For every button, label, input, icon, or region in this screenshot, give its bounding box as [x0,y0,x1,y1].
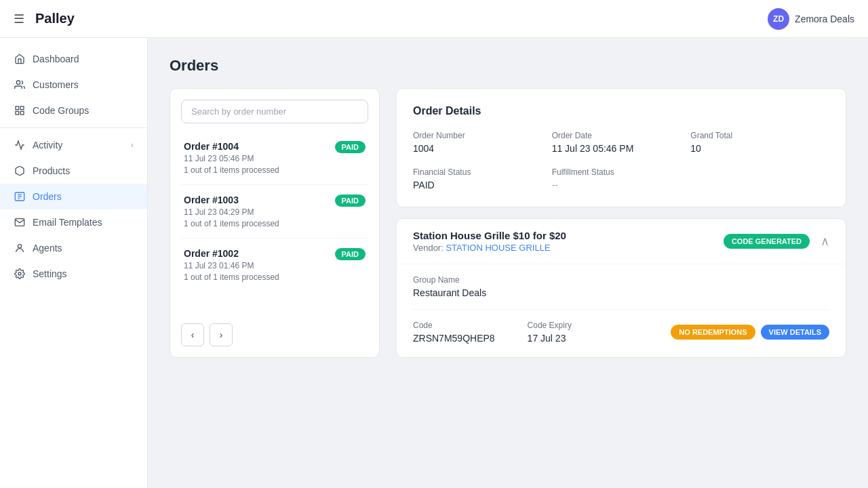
svg-rect-1 [16,106,19,110]
order-details-title: Order Details [413,105,829,117]
financial-status-field: Financial Status PAID [413,167,552,190]
activity-icon [14,139,26,151]
order-details-card: Order Details Order Number 1004 Order Da… [396,88,846,207]
sidebar-label-code-groups: Code Groups [33,105,89,116]
next-page-button[interactable]: › [210,323,233,346]
collapse-button[interactable]: ∧ [821,234,829,249]
sidebar-label-products: Products [33,165,70,176]
box-icon [14,165,26,177]
sidebar-item-agents[interactable]: Agents [0,235,147,261]
avatar: ZD [768,8,789,30]
sidebar-label-activity: Activity [33,140,62,150]
sidebar: Dashboard Customers Code Groups Activity… [0,38,148,488]
fulfillment-status-field: Fulfillment Status -- [552,167,691,190]
svg-point-9 [18,245,21,248]
product-card: Station House Grille $10 for $20 Vendor:… [396,218,846,358]
vendor-link[interactable]: STATION HOUSE GRILLE [446,243,550,253]
fulfillment-status-label: Fulfillment Status [552,167,691,177]
order-number-field: Order Number 1004 [413,131,552,154]
order-date: 11 Jul 23 01:46 PM [184,261,279,270]
orders-panel: Order #1004 11 Jul 23 05:46 PM 1 out of … [170,88,380,358]
order-number: Order #1003 [184,195,279,205]
orders-list: Order #1004 11 Jul 23 05:46 PM 1 out of … [181,131,368,291]
details-panel: Order Details Order Number 1004 Order Da… [396,88,846,358]
order-detail-grid: Order Number 1004 Order Date 11 Jul 23 0… [413,131,829,190]
code-label: Code [413,321,495,330]
code-section: Code ZRSN7M59QHEP8 Code Expiry 17 Jul 23… [413,309,829,344]
group-name-value: Restaurant Deals [413,287,829,298]
product-vendor: Vendor: STATION HOUSE GRILLE [413,243,566,253]
order-date: 11 Jul 23 04:29 PM [184,207,279,217]
sidebar-item-email-templates[interactable]: Email Templates [0,209,147,235]
sidebar-label-settings: Settings [33,268,67,279]
order-info: Order #1003 11 Jul 23 04:29 PM 1 out of … [184,195,279,228]
product-header: Station House Grille $10 for $20 Vendor:… [397,219,846,264]
sidebar-item-dashboard[interactable]: Dashboard [0,46,147,72]
sidebar-item-activity[interactable]: Activity ‹ [0,132,147,158]
agent-icon [14,242,26,254]
sidebar-divider [0,127,147,128]
code-info: Code ZRSN7M59QHEP8 Code Expiry 17 Jul 23 [413,321,572,344]
order-items: 1 out of 1 items processed [184,165,279,175]
code-generated-badge: CODE GENERATED [724,234,810,249]
group-name-label: Group Name [413,275,829,285]
view-details-button[interactable]: VIEW DETAILS [761,325,829,340]
home-icon [14,53,26,65]
product-body: Group Name Restaurant Deals Code ZRSN7M5… [397,264,846,357]
svg-point-10 [18,272,21,275]
sidebar-item-code-groups[interactable]: Code Groups [0,98,147,123]
order-items: 1 out of 1 items processed [184,272,279,282]
order-item-1002[interactable]: Order #1002 11 Jul 23 01:46 PM 1 out of … [181,239,368,291]
username: Zemora Deals [795,14,854,24]
orders-icon [14,190,26,203]
svg-rect-3 [16,111,19,115]
sidebar-item-orders[interactable]: Orders [0,184,147,209]
sidebar-item-customers[interactable]: Customers [0,72,147,98]
sidebar-label-dashboard: Dashboard [33,54,79,64]
sidebar-label-email-templates: Email Templates [33,217,102,228]
users-icon [14,79,26,91]
order-date-field: Order Date 11 Jul 23 05:46 PM [552,131,691,154]
code-expiry-value: 17 Jul 23 [528,333,572,344]
product-title-section: Station House Grille $10 for $20 Vendor:… [413,230,566,253]
grand-total-field: Grand Total 10 [690,131,829,154]
group-section: Group Name Restaurant Deals [413,264,829,298]
menu-icon[interactable]: ☰ [14,12,24,26]
page-title: Orders [170,57,846,75]
order-info: Order #1002 11 Jul 23 01:46 PM 1 out of … [184,248,279,282]
sidebar-label-agents: Agents [33,243,62,253]
sidebar-item-settings[interactable]: Settings [0,261,147,287]
order-number: Order #1004 [184,141,279,152]
code-field: Code ZRSN7M59QHEP8 [413,321,495,344]
svg-point-0 [16,81,20,84]
order-date-value: 11 Jul 23 05:46 PM [552,143,691,154]
order-number-value: 1004 [413,143,552,154]
mail-icon [14,216,26,228]
chevron-icon: ‹ [131,140,134,150]
prev-page-button[interactable]: ‹ [181,323,204,346]
status-badge: PAID [335,195,366,207]
order-item-1004[interactable]: Order #1004 11 Jul 23 05:46 PM 1 out of … [181,131,368,185]
order-number-label: Order Number [413,131,552,140]
search-input[interactable] [181,100,368,123]
svg-rect-2 [20,106,24,110]
order-number: Order #1002 [184,248,279,259]
code-expiry-label: Code Expiry [528,321,572,330]
content-row: Order #1004 11 Jul 23 05:46 PM 1 out of … [170,88,846,358]
sidebar-label-customers: Customers [33,79,79,90]
sidebar-label-orders: Orders [33,191,62,202]
status-badge: PAID [335,141,366,153]
user-info: ZD Zemora Deals [768,8,854,30]
order-date: 11 Jul 23 05:46 PM [184,154,279,163]
status-badge: PAID [335,248,366,260]
code-actions: NO REDEMPTIONS VIEW DETAILS [671,325,829,340]
code-expiry-field: Code Expiry 17 Jul 23 [528,321,572,344]
order-info: Order #1004 11 Jul 23 05:46 PM 1 out of … [184,141,279,175]
app-logo: Palley [35,11,757,26]
sidebar-item-products[interactable]: Products [0,158,147,184]
no-redemptions-badge[interactable]: NO REDEMPTIONS [671,325,755,340]
svg-rect-4 [20,111,24,115]
order-items: 1 out of 1 items processed [184,219,279,228]
order-item-1003[interactable]: Order #1003 11 Jul 23 04:29 PM 1 out of … [181,185,368,239]
fulfillment-status-value: -- [552,180,691,190]
